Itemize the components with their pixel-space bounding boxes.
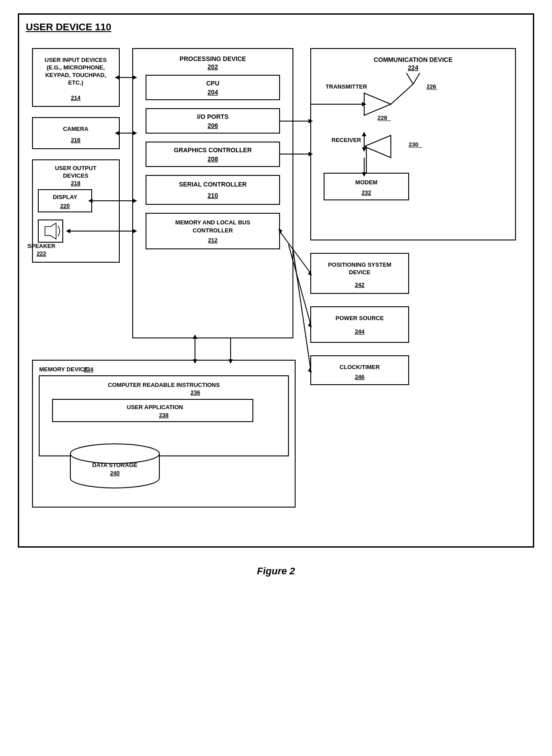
clock-ref: 246 xyxy=(355,374,365,380)
user-output-ref: 218 xyxy=(71,180,81,187)
memory-ctrl-label-2: CONTROLLER xyxy=(193,227,233,234)
user-input-label-2: (E.G., MICROPHONE, xyxy=(47,64,105,71)
camera-box xyxy=(32,118,119,149)
ref-230: 230 xyxy=(409,141,418,148)
user-output-label-1: USER OUTPUT xyxy=(55,165,96,171)
user-input-label-1: USER INPUT DEVICES xyxy=(45,57,107,63)
memory-ctrl-ref: 212 xyxy=(208,237,218,244)
speaker-ref: 222 xyxy=(37,250,46,257)
serial-label-1: SERIAL CONTROLLER xyxy=(179,181,247,188)
power-source-box xyxy=(311,307,409,342)
user-output-label-2: DEVICES xyxy=(63,172,88,179)
data-storage-ref: 240 xyxy=(110,470,120,476)
io-ports-box xyxy=(146,109,280,133)
io-ports-ref: 206 xyxy=(207,122,218,129)
transmitter-label: TRANSMITTER xyxy=(325,83,367,90)
modem-ref: 232 xyxy=(361,189,371,196)
user-input-ref: 214 xyxy=(71,94,81,101)
user-app-label: USER APPLICATION xyxy=(127,404,183,411)
serial-controller-box xyxy=(146,175,280,204)
graphics-label: GRAPHICS CONTROLLER xyxy=(174,146,252,154)
cpu-box xyxy=(146,75,280,100)
memory-device-ref: 234 xyxy=(84,366,93,373)
user-app-box xyxy=(53,399,253,422)
memory-device-label: MEMORY DEVICE xyxy=(39,366,88,373)
positioning-ref: 242 xyxy=(355,281,365,288)
cri-ref: 236 xyxy=(191,389,200,396)
diagram-container: USER DEVICE 110 USER INPUT DEVICES (E.G.… xyxy=(18,13,534,548)
data-storage-label: DATA STORAGE xyxy=(92,462,138,468)
speaker-label: SPEAKER xyxy=(28,243,56,249)
figure-caption: Figure 2 xyxy=(257,565,295,577)
power-source-ref: 244 xyxy=(355,328,365,335)
data-storage-top-ellipse xyxy=(70,444,159,463)
receiver-label: RECEIVER xyxy=(332,137,361,143)
arrow-proc-to-clock xyxy=(293,249,311,370)
modem-box xyxy=(324,173,409,200)
comm-device-label: COMMUNICATION DEVICE xyxy=(373,56,452,63)
user-input-label-3: KEYPAD, TOUCHPAD, xyxy=(45,72,106,78)
positioning-label-1: POSITIONING SYSTEM xyxy=(328,261,391,268)
display-ref: 220 xyxy=(60,203,70,209)
graphics-ref: 208 xyxy=(207,155,218,163)
main-diagram-svg: USER INPUT DEVICES (E.G., MICROPHONE, KE… xyxy=(26,40,529,520)
camera-label: CAMERA xyxy=(63,126,89,132)
display-label: DISPLAY xyxy=(53,194,77,200)
memory-ctrl-label-1: MEMORY AND LOCAL BUS xyxy=(175,219,251,226)
camera-ref: 216 xyxy=(71,137,81,143)
power-source-label: POWER SOURCE xyxy=(336,315,384,321)
user-app-ref: 238 xyxy=(159,412,169,419)
proc-device-ref: 202 xyxy=(207,63,218,70)
io-ports-label: I/O PORTS xyxy=(197,113,229,120)
antenna-ref-226: 226 xyxy=(426,83,436,90)
proc-device-label: PROCESSING DEVICE xyxy=(179,55,246,62)
cpu-label: CPU xyxy=(206,80,219,87)
user-input-label-4: ETC.) xyxy=(68,79,83,86)
cri-label: COMPUTER READABLE INSTRUCTIONS xyxy=(108,382,220,388)
serial-ref: 210 xyxy=(207,192,218,199)
modem-label: MODEM xyxy=(355,179,377,186)
diagram-title: USER DEVICE 110 xyxy=(26,21,111,33)
ref-228: 228 xyxy=(377,114,387,121)
comm-device-ref: 224 xyxy=(408,64,418,71)
cpu-ref: 204 xyxy=(207,89,218,96)
graphics-controller-box xyxy=(146,142,280,167)
clock-label: CLOCK/TIMER xyxy=(340,364,380,370)
positioning-label-2: DEVICE xyxy=(349,269,371,276)
